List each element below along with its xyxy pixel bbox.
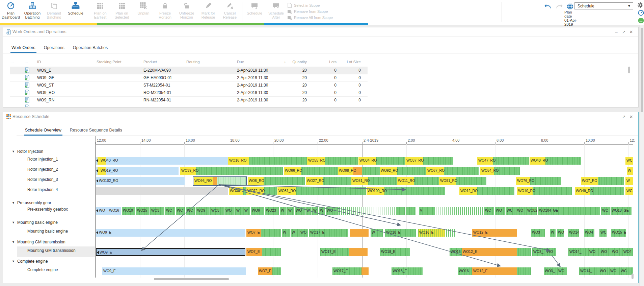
gantt-bar-wo[interactable]: WO <box>599 229 607 237</box>
gantt-bar-wo9_e[interactable]: WO9_E <box>96 229 245 237</box>
gantt-bar-wo16[interactable]: WO16 <box>458 267 472 275</box>
page-scrollbar[interactable] <box>640 25 644 286</box>
gantt-bar-wo4_i[interactable]: WO4_I <box>584 229 594 237</box>
gantt-bar-wo3[interactable]: WO3 <box>210 207 224 215</box>
column-header-id[interactable]: ID <box>37 60 41 64</box>
gantt-bar-wo7_e[interactable]: WO7_E <box>246 248 281 256</box>
gantt-bar-w[interactable]: W <box>282 229 290 237</box>
gantt-bar-wo19_ro[interactable]: WO19_RO <box>96 167 179 175</box>
column-header-product[interactable]: Product <box>143 60 157 64</box>
gantt-bar-w[interactable]: W <box>291 229 299 237</box>
gantt-bar-w[interactable]: W <box>627 167 633 175</box>
gantt-bar-wo[interactable]: WO <box>611 248 622 256</box>
gantt-bar-wo16[interactable]: WO16 <box>108 207 121 215</box>
gantt-bar-wo16_ro[interactable]: WO16_RO <box>228 157 307 165</box>
gantt-bar-wo[interactable]: WO <box>295 207 305 215</box>
gantt-bar-wo6[interactable]: WO6 <box>251 207 264 215</box>
gantt-bar-wc[interactable]: WC <box>186 207 195 215</box>
gantt-bar[interactable] <box>517 248 531 256</box>
redo-icon[interactable] <box>556 3 563 10</box>
column-header-lot-size[interactable]: Lot Size <box>347 60 361 64</box>
table-row[interactable]: WO9_GEGE-HA090O-012-Apr-2019 11:302000 <box>10 74 368 82</box>
gantt-bar[interactable] <box>517 267 531 275</box>
gantt-bar-wo[interactable]: WO <box>546 248 556 256</box>
gantt-bar[interactable] <box>339 207 395 215</box>
toolbar-item-select-in-scope[interactable]: Select in Scope <box>287 2 333 8</box>
gantt-bar-wo6_ro[interactable]: WO6_RO <box>248 177 305 185</box>
gantt-bar[interactable] <box>406 207 415 215</box>
gantt-bar-wc[interactable]: WC <box>620 267 630 275</box>
column-header-lots[interactable]: Lots <box>329 60 337 64</box>
tab-schedule-overview[interactable]: Schedule Overview <box>25 125 61 136</box>
toolbar-button-demand-batching[interactable]: DemandBatching <box>43 0 65 24</box>
gantt-bar[interactable] <box>96 187 228 195</box>
gantt-bar-wo98_ro[interactable]: WO98_RO <box>338 167 380 175</box>
gantt-bar-wc[interactable]: WC <box>625 157 633 165</box>
gantt-bar-wo76_ro[interactable]: WO76_RO <box>516 177 561 185</box>
gantt-bar-wc[interactable]: WC <box>506 207 516 215</box>
gantt-bar-wo102_ro[interactable]: WO102_RO <box>96 177 185 185</box>
gantt-bar-wo67_ro[interactable]: WO67_RO <box>426 167 479 175</box>
gantt-bar-wo7_ro[interactable]: WO7_RO <box>581 177 624 185</box>
gantt-bar-wo25[interactable]: WO25 <box>136 207 150 215</box>
gantt-bar-wo17_e[interactable]: WO17_E <box>332 267 369 275</box>
gantt-bar-wo[interactable]: WO <box>557 267 567 275</box>
gantt-bar-wo18_ge[interactable]: WO18_GE <box>611 207 632 215</box>
gantt-bar-w[interactable]: W <box>625 177 633 185</box>
gantt-bar-wo3_[interactable]: WO3_ <box>531 229 545 237</box>
table-row[interactable]: WO9_RORO-M22054-012-Apr-2019 11:302000 <box>10 89 368 97</box>
gantt-bar-wo[interactable]: WO <box>599 267 609 275</box>
page-scrollbar-thumb[interactable] <box>641 28 643 112</box>
gantt-bar-wo14_[interactable]: WO14_ <box>568 248 588 256</box>
gantt-bar-wo[interactable]: WO <box>96 207 108 215</box>
gantt-bar-wo91_ro[interactable]: WO91_RO <box>439 177 486 185</box>
gantt-bar-wo92_ro[interactable]: WO92_RO <box>380 167 426 175</box>
gantt-bar-wo18_e[interactable]: WO18_E <box>392 267 423 275</box>
resource-group-rotor-injection[interactable]: ▼Rotor Injection <box>12 149 43 154</box>
toolbar-button-cancel-release[interactable]: CancelRelease <box>219 0 241 24</box>
gantt-bar-wo23[interactable]: WO23 <box>265 207 279 215</box>
toolbar-item-remove-from-scope[interactable]: Remove from Scope <box>287 8 333 15</box>
toolbar-button-plan-on-earliest[interactable]: Plan onEarliest <box>89 0 111 24</box>
gantt-bar-wo54_ro[interactable]: WO54_RO <box>480 167 520 175</box>
gantt-bar-w[interactable]: W <box>305 207 312 215</box>
gantt-bar-wo49_ro[interactable]: WO49_RO <box>575 187 624 195</box>
gantt-bar-wo[interactable]: WO <box>557 229 564 237</box>
gantt-bar-wo12_e[interactable]: WO12_E <box>462 248 517 256</box>
table-row[interactable]: WO9_RNRN-M22054-012-Apr-2019 11:302000 <box>10 96 368 104</box>
gantt-bar-wo3_[interactable]: WO3_ <box>532 248 546 256</box>
kpi-smiley-icon[interactable] <box>637 17 644 24</box>
table-row[interactable]: WO9_STST-M22054-012-Apr-2019 11:302000 <box>10 81 368 89</box>
minimize-button[interactable]: – <box>613 114 619 120</box>
gantt-bar-wo10[interactable]: WO10 <box>122 207 135 215</box>
column-header-due[interactable]: Due <box>237 60 244 64</box>
resource-label[interactable]: Mounting GM transmission <box>27 248 76 253</box>
sort-descending-icon[interactable]: ↓ <box>284 59 286 64</box>
gantt-bar-wo[interactable]: WO <box>224 207 235 215</box>
toolbar-button-schedule-after[interactable]: ScheduleAfter <box>265 0 287 24</box>
gantt-bar-wo[interactable]: WO <box>495 207 505 215</box>
gantt-bar-wo40_ro[interactable]: WO40_RO <box>96 157 228 165</box>
resource-group-complete-engine[interactable]: ▼Complete engine <box>12 259 48 264</box>
toolbar-button-unplan[interactable]: Unplan <box>133 0 154 24</box>
tab-work-orders[interactable]: Work Orders <box>11 43 35 53</box>
gantt-bar-wo9_e[interactable]: WO9_E <box>96 248 245 256</box>
gantt-bar-wo16_e[interactable]: WO16_E <box>418 229 445 237</box>
toolbar-button-unfreeze-horizon[interactable]: UnfreezeHorizon <box>176 0 197 24</box>
gantt-bar-wo[interactable]: WO <box>609 267 620 275</box>
tab-resource-sequence-details[interactable]: Resource Sequence Details <box>70 125 122 136</box>
toolbar-button-plan-on-selected[interactable]: Plan onSelected <box>111 0 133 24</box>
toolbar-button-schedule[interactable]: Schedule <box>65 0 86 24</box>
gantt-bar-wc[interactable]: WC <box>625 187 633 195</box>
gantt-bar-wo12_e[interactable]: WO12_E <box>472 267 517 275</box>
gantt-bar-w[interactable]: W <box>312 207 318 215</box>
resource-label[interactable]: Rotor Injection_2 <box>27 167 58 172</box>
gantt-bar-wo100_ro[interactable]: WO100_RO <box>367 187 445 195</box>
gantt-bar-wo7_e[interactable]: WO7_E <box>258 267 281 275</box>
gantt-bar-wo72_ro[interactable]: WO72_RO <box>246 187 277 195</box>
column-header-stocking-point[interactable]: Stocking Point <box>97 60 122 64</box>
gantt-bar-wo15_e[interactable]: WO15_E <box>611 229 626 237</box>
gantt-bar-wo27_ro[interactable]: WO27_RO <box>306 177 351 185</box>
dashboard-gauge-icon[interactable] <box>637 9 644 17</box>
resource-label[interactable]: Rotor Injection_3 <box>27 177 58 182</box>
